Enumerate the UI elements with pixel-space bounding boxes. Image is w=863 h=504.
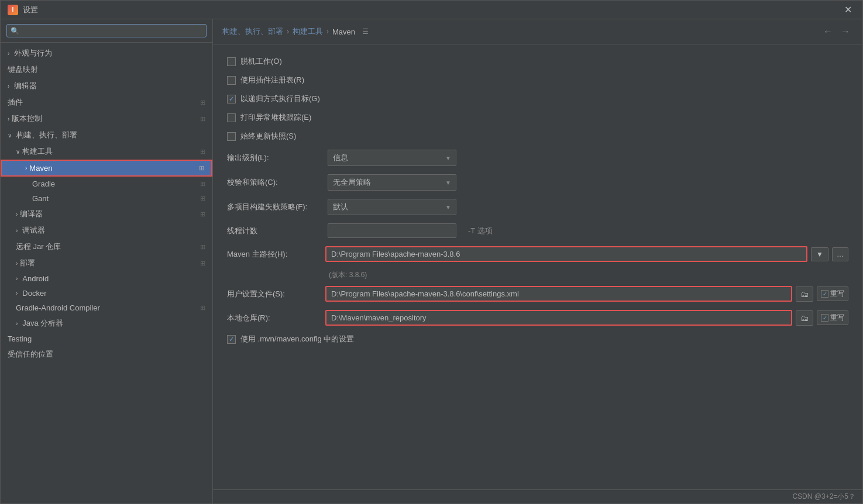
stacktrace-row: 打印异常堆栈跟踪(E) — [227, 112, 848, 123]
recursive-checkbox[interactable] — [227, 95, 236, 103]
nav-list: › 外观与行为 键盘映射 › 编辑器 插件 ⊞ — [1, 43, 212, 503]
sidebar-item-build-tools[interactable]: ∨ 构建工具 ⊞ — [1, 143, 212, 160]
gradle-icon-badge: ⊞ — [200, 180, 205, 188]
user-settings-browse-btn[interactable]: 🗂 — [796, 286, 813, 302]
plugin-registry-checkbox[interactable] — [227, 76, 236, 85]
checksum-row: 校验和策略(C): 无全局策略 ▼ — [227, 174, 848, 191]
title-bar: I 设置 ✕ — [1, 1, 862, 19]
maven-version-note: (版本: 3.8.6) — [329, 270, 848, 280]
maven-home-input[interactable] — [325, 246, 807, 262]
sidebar-item-testing[interactable]: Testing — [1, 332, 212, 346]
sidebar-item-label: Android — [22, 274, 49, 283]
checksum-select[interactable]: 无全局策略 ▼ — [328, 174, 456, 191]
sidebar-item-label: 调试器 — [22, 225, 45, 236]
sidebar-item-remote-jar[interactable]: 远程 Jar 仓库 ⊞ — [1, 239, 212, 255]
sidebar-item-editor[interactable]: › 编辑器 — [1, 78, 212, 94]
recursive-row: 以递归方式执行目标(G) — [227, 94, 848, 104]
sidebar-item-label: Docker — [22, 289, 46, 298]
thread-count-label: 线程计数 — [227, 226, 321, 236]
search-input-wrap[interactable]: 🔍 — [6, 24, 207, 37]
breadcrumb-menu-icon[interactable]: ☰ — [362, 27, 369, 36]
settings-content: 脱机工作(O) 使用插件注册表(R) 以递归方式执行目标(G) 打印异常堆栈跟踪… — [213, 44, 862, 489]
vcs-icon-badge: ⊞ — [200, 115, 205, 123]
sidebar-item-label: 远程 Jar 仓库 — [16, 241, 61, 252]
sidebar-item-maven[interactable]: › Maven ⊞ — [1, 160, 212, 177]
sidebar-item-compiler[interactable]: › 编译器 ⊞ — [1, 206, 212, 222]
sidebar-item-debugger[interactable]: › 调试器 — [1, 222, 212, 239]
checksum-label: 校验和策略(C): — [227, 177, 321, 188]
sidebar-item-docker[interactable]: › Docker — [1, 286, 212, 301]
chevron-right-icon: › — [8, 83, 9, 89]
gradle-android-icon-badge: ⊞ — [200, 304, 205, 312]
user-settings-override-label: 重写 — [830, 289, 844, 299]
checksum-value: 无全局策略 — [333, 177, 371, 188]
use-mvn-config-row: 使用 .mvn/maven.config 中的设置 — [227, 334, 848, 344]
user-settings-input[interactable] — [325, 286, 792, 302]
always-update-row: 始终更新快照(S) — [227, 131, 848, 141]
recursive-label: 以递归方式执行目标(G) — [240, 94, 320, 104]
output-level-select[interactable]: 信息 ▼ — [328, 150, 456, 166]
settings-window: I 设置 ✕ 🔍 › 外观与行为 键盘映射 — [0, 0, 863, 504]
close-button[interactable]: ✕ — [841, 3, 855, 16]
offline-checkbox[interactable] — [227, 57, 236, 66]
user-settings-override-btn[interactable]: 重写 — [817, 286, 848, 301]
sidebar-item-gradle[interactable]: Gradle ⊞ — [1, 177, 212, 191]
use-mvn-config-checkbox[interactable] — [227, 335, 236, 344]
sidebar-item-vcs[interactable]: › 版本控制 ⊞ — [1, 111, 212, 127]
sidebar-item-label: 构建工具 — [22, 146, 53, 157]
multiproject-select[interactable]: 默认 ▼ — [328, 199, 456, 215]
chevron-right-icon: › — [16, 260, 18, 267]
chevron-down-icon: ∨ — [16, 149, 20, 155]
local-repo-override-btn[interactable]: 重写 — [817, 310, 848, 325]
compiler-icon-badge: ⊞ — [200, 210, 205, 218]
maven-home-dropdown-btn[interactable]: ▼ — [811, 247, 828, 261]
sidebar-item-deploy[interactable]: › 部署 ⊞ — [1, 255, 212, 271]
sidebar-item-build[interactable]: ∨ 构建、执行、部署 — [1, 127, 212, 143]
thread-count-input[interactable] — [328, 223, 456, 238]
chevron-right-icon: › — [16, 227, 18, 234]
sidebar-item-label: 部署 — [20, 258, 35, 268]
local-repo-override-label: 重写 — [830, 313, 844, 323]
local-repo-input[interactable] — [325, 310, 792, 326]
sidebar-item-appearance[interactable]: › 外观与行为 — [1, 45, 212, 61]
chevron-right-icon: › — [16, 275, 18, 282]
sidebar-item-label: 编译器 — [20, 209, 43, 219]
stacktrace-checkbox[interactable] — [227, 113, 236, 122]
sidebar-item-label: Gradle-Android Compiler — [16, 303, 100, 312]
search-icon: 🔍 — [11, 27, 19, 35]
sidebar-item-gant[interactable]: Gant ⊞ — [1, 191, 212, 206]
breadcrumb-nav: ← → — [820, 25, 853, 38]
checksum-arrow: ▼ — [445, 179, 451, 186]
status-text: CSDN @3+2=小5？ — [792, 492, 855, 502]
nav-back-button[interactable]: ← — [820, 25, 836, 38]
sidebar-item-gradle-android[interactable]: Gradle-Android Compiler ⊞ — [1, 301, 212, 315]
user-settings-input-wrap: 🗂 重写 — [325, 286, 848, 302]
output-level-value: 信息 — [333, 153, 348, 163]
sidebar-item-label: 键盘映射 — [8, 64, 38, 75]
offline-label: 脱机工作(O) — [240, 56, 282, 67]
sidebar-item-label: 插件 — [8, 97, 23, 108]
thread-count-row: 线程计数 -T 选项 — [227, 223, 848, 238]
chevron-right-icon: › — [16, 320, 18, 327]
chevron-down-icon: ∨ — [8, 132, 12, 139]
sidebar-item-java-profiler[interactable]: › Java 分析器 — [1, 315, 212, 332]
breadcrumb-left: 构建、执行、部署 › 构建工具 › Maven ☰ — [222, 26, 369, 37]
stacktrace-label: 打印异常堆栈跟踪(E) — [240, 112, 311, 123]
breadcrumb-sep-1: › — [287, 27, 289, 36]
user-settings-row: 用户设置文件(S): 🗂 重写 — [227, 286, 848, 302]
sidebar-item-keymap[interactable]: 键盘映射 — [1, 61, 212, 78]
sidebar-item-plugins[interactable]: 插件 ⊞ — [1, 94, 212, 111]
sidebar-item-android[interactable]: › Android — [1, 271, 212, 286]
maven-home-browse-btn[interactable]: … — [832, 247, 848, 261]
nav-forward-button[interactable]: → — [838, 25, 853, 38]
local-repo-browse-btn[interactable]: 🗂 — [796, 310, 813, 326]
chevron-right-icon: › — [16, 290, 18, 296]
search-input[interactable] — [22, 26, 202, 35]
sidebar-item-trusted[interactable]: 受信任的位置 — [1, 346, 212, 363]
local-repo-override-check — [821, 314, 828, 322]
sidebar-item-label: Maven — [29, 164, 52, 172]
sidebar-item-label: 编辑器 — [14, 81, 37, 91]
multiproject-row: 多项目构建失败策略(F): 默认 ▼ — [227, 199, 848, 215]
offline-row: 脱机工作(O) — [227, 56, 848, 67]
always-update-checkbox[interactable] — [227, 132, 236, 141]
